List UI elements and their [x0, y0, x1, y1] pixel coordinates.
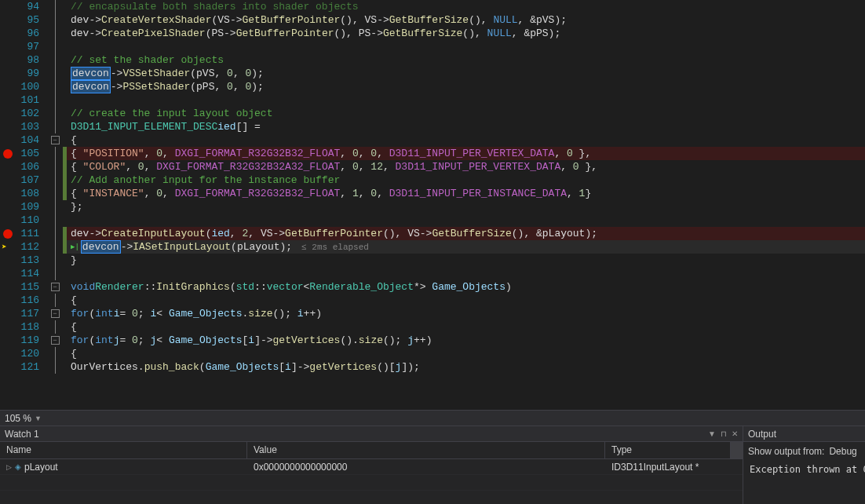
gutter-row[interactable]: 121 [0, 360, 67, 374]
column-value[interactable]: Value [247, 442, 605, 458]
change-indicator [63, 214, 67, 227]
code-line[interactable]: for (int i = 0; i < Game_Objects.size();… [67, 307, 865, 320]
fold-toggle-icon[interactable]: − [51, 136, 60, 144]
line-number: 105 [16, 148, 47, 159]
watch-row-empty[interactable] [0, 475, 743, 491]
code-line[interactable]: OurVertices.push_back(Game_Objects[i]->g… [67, 360, 865, 374]
fold-toggle-icon[interactable]: − [51, 283, 60, 291]
outline-margin[interactable]: − [47, 136, 63, 144]
close-icon[interactable]: ✕ [732, 429, 738, 438]
pin-icon[interactable]: ⊓ [721, 429, 727, 438]
watch-name-cell[interactable]: ▷◈pLayout [0, 460, 247, 474]
gutter-row[interactable]: ➤112 [0, 240, 67, 254]
code-line[interactable]: devcon->PSSetShader(pPS, 0, 0); [67, 80, 865, 93]
gutter-row[interactable]: 106 [0, 160, 67, 173]
code-line[interactable]: { [67, 133, 865, 147]
gutter-row[interactable]: 116 [0, 294, 67, 307]
breakpoint-margin[interactable] [0, 229, 16, 239]
code-line[interactable]: // encapsulate both shaders into shader … [67, 0, 865, 13]
line-number: 119 [16, 334, 47, 346]
gutter-row[interactable]: 95 [0, 13, 67, 27]
code-line[interactable]: dev->CreateInputLayout(ied, 2, VS->GetBu… [67, 227, 865, 240]
gutter-row[interactable]: 100 [0, 80, 67, 93]
change-indicator [63, 107, 67, 120]
fold-toggle-icon[interactable]: − [51, 336, 60, 345]
output-panel: Output Show output from: Debug Exception… [743, 426, 865, 504]
watch-row[interactable]: ▷◈pLayout0x0000000000000000 ID3D11InputL… [0, 459, 743, 475]
column-name[interactable]: Name [0, 442, 247, 458]
watch-value-cell[interactable]: 0x0000000000000000 [247, 460, 605, 474]
expand-icon[interactable]: ▷ [6, 463, 12, 471]
code-line[interactable]: void Renderer::InitGraphics(std::vector<… [67, 280, 865, 294]
code-line[interactable]: { [67, 294, 865, 307]
gutter-row[interactable]: 105 [0, 147, 67, 160]
code-line[interactable]: } [67, 254, 865, 267]
gutter-row[interactable]: 98 [0, 53, 67, 67]
gutter-row[interactable]: 120 [0, 347, 67, 360]
outline-margin[interactable]: − [47, 309, 63, 318]
code-line[interactable] [67, 93, 865, 107]
gutter-row[interactable]: 102 [0, 107, 67, 120]
code-line[interactable]: { [67, 320, 865, 334]
gutter-row[interactable]: 97 [0, 40, 67, 53]
gutter-row[interactable]: 110 [0, 214, 67, 227]
breakpoint-icon[interactable] [3, 229, 13, 239]
code-line[interactable]: dev->CreateVertexShader(VS->GetBufferPoi… [67, 13, 865, 27]
watch-panel: Watch 1 ▼ ⊓ ✕ Name Value Type ▷◈pLayout0… [0, 426, 743, 504]
outline-margin[interactable]: − [47, 336, 63, 345]
code-line[interactable]: { "INSTANCE", 0, DXGI_FORMAT_R32G32B32_F… [67, 187, 865, 200]
window-position-icon[interactable]: ▼ [708, 429, 716, 438]
gutter-row[interactable]: 94 [0, 0, 67, 13]
code-line[interactable] [67, 40, 865, 53]
scrollbar[interactable] [731, 442, 743, 458]
gutter-row[interactable]: 99 [0, 67, 67, 80]
gutter-row[interactable]: 109 [0, 200, 67, 214]
gutter-row[interactable]: 117− [0, 307, 67, 320]
code-line[interactable]: dev->CreatePixelShader(PS->GetBufferPoin… [67, 27, 865, 40]
code-line[interactable]: devcon->VSSetShader(pVS, 0, 0); [67, 67, 865, 80]
gutter-row[interactable]: 107 [0, 173, 67, 187]
line-number: 95 [16, 14, 47, 26]
code-line[interactable]: D3D11_INPUT_ELEMENT_DESC ied[] = [67, 120, 865, 133]
code-line[interactable]: // create the input layout object [67, 107, 865, 120]
change-indicator [63, 27, 67, 40]
code-line[interactable] [67, 214, 865, 227]
gutter-row[interactable]: 108 [0, 187, 67, 200]
gutter-row[interactable]: 104− [0, 133, 67, 147]
code-editor[interactable]: 949596979899100101102103104−105106107108… [0, 0, 865, 410]
outline-margin[interactable]: − [47, 283, 63, 291]
column-type[interactable]: Type [605, 442, 731, 458]
line-number: 99 [16, 68, 47, 79]
gutter-row[interactable]: 103 [0, 120, 67, 133]
output-content: Exception thrown at 0 [743, 461, 865, 478]
watch-variable-name: pLayout [24, 462, 58, 473]
code-line[interactable]: { [67, 347, 865, 360]
code-line[interactable]: // Add another input for the instance bu… [67, 173, 865, 187]
output-source-combo[interactable]: Debug [829, 446, 856, 457]
change-indicator [63, 307, 67, 320]
gutter-row[interactable]: 101 [0, 93, 67, 107]
breakpoint-margin[interactable] [0, 149, 16, 159]
gutter-row[interactable]: 113 [0, 254, 67, 267]
line-number: 101 [16, 94, 47, 106]
code-line[interactable]: // set the shader objects [67, 53, 865, 67]
gutter-row[interactable]: 114 [0, 267, 67, 280]
gutter-row[interactable]: 115− [0, 280, 67, 294]
code-line[interactable]: { "POSITION", 0, DXGI_FORMAT_R32G32B32_F… [67, 147, 865, 160]
change-indicator [63, 147, 67, 160]
gutter-row[interactable]: 119− [0, 334, 67, 347]
change-indicator [63, 160, 67, 173]
zoom-combo[interactable]: 105 % ▼ [5, 413, 42, 424]
watch-header: Watch 1 ▼ ⊓ ✕ [0, 426, 743, 442]
code-line[interactable]: for (int j = 0; j < Game_Objects[i]->get… [67, 334, 865, 347]
code-line[interactable]: ▶| devcon->IASetInputLayout(pLayout);≤ 2… [67, 240, 865, 254]
breakpoint-icon[interactable] [3, 149, 13, 159]
code-line[interactable]: { "COLOR", 0, DXGI_FORMAT_R32G32B32A32_F… [67, 160, 865, 173]
gutter-row[interactable]: 118 [0, 320, 67, 334]
fold-toggle-icon[interactable]: − [51, 309, 60, 318]
gutter-row[interactable]: 111 [0, 227, 67, 240]
gutter-row[interactable]: 96 [0, 27, 67, 40]
code-line[interactable]: }; [67, 200, 865, 214]
code-area[interactable]: // encapsulate both shaders into shader … [67, 0, 865, 410]
code-line[interactable] [67, 267, 865, 280]
